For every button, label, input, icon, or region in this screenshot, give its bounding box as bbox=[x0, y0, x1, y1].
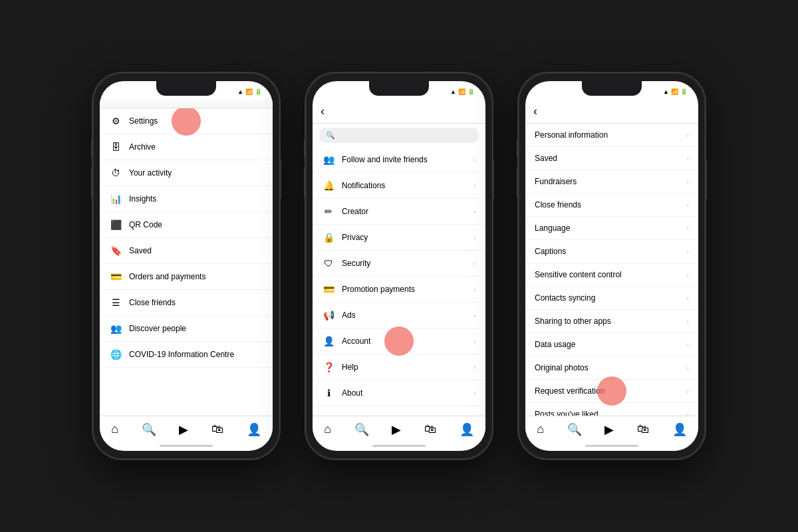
account-chevron-2: › bbox=[686, 178, 689, 186]
phone2-menu: 👥Follow and invite friends›🔔Notification… bbox=[313, 147, 485, 416]
menu-icon-7: ☰ bbox=[109, 296, 122, 309]
settings-item-notifications[interactable]: 🔔Notifications› bbox=[313, 173, 485, 199]
account-label-3: Close friends bbox=[535, 200, 686, 209]
home-bar-3 bbox=[525, 442, 698, 451]
menu-item-close-friends[interactable]: ☰Close friends bbox=[100, 290, 273, 316]
menu-label-1: Archive bbox=[129, 142, 263, 152]
settings-label-0: Follow and invite friends bbox=[342, 155, 473, 164]
settings-item-ads[interactable]: 📢Ads› bbox=[313, 303, 485, 329]
menu-icon-6: 💳 bbox=[109, 270, 122, 283]
account-label-4: Language bbox=[535, 223, 686, 233]
wifi-icon-2: 📶 bbox=[458, 88, 466, 95]
profile-icon-1[interactable]: 👤 bbox=[247, 422, 261, 437]
account-item-fundraisers[interactable]: Fundraisers› bbox=[525, 170, 698, 194]
search-icon-nav-2[interactable]: 🔍 bbox=[354, 422, 369, 437]
settings-chevron-4: › bbox=[473, 259, 476, 267]
reels-icon-1[interactable]: ▶ bbox=[179, 422, 188, 437]
account-item-close-friends[interactable]: Close friends› bbox=[525, 194, 698, 217]
shop-icon-1[interactable]: 🛍 bbox=[211, 422, 223, 436]
menu-label-7: Close friends bbox=[129, 298, 263, 307]
wifi-icon-3: 📶 bbox=[671, 88, 678, 95]
account-label-6: Sensitive content control bbox=[535, 270, 686, 279]
account-label-2: Fundraisers bbox=[535, 177, 686, 186]
phone3-menu: Personal information›Saved›Fundraisers›C… bbox=[525, 124, 698, 416]
settings-item-account[interactable]: 👤Account› bbox=[313, 329, 485, 354]
home-icon-2[interactable]: ⌂ bbox=[324, 422, 331, 436]
menu-item-insights[interactable]: 📊Insights bbox=[100, 186, 273, 212]
bottom-nav-3: ⌂ 🔍 ▶ 🛍 👤 bbox=[525, 416, 698, 442]
menu-icon-0: ⚙ bbox=[109, 114, 122, 128]
search-bar[interactable]: 🔍 bbox=[319, 128, 479, 143]
settings-label-1: Notifications bbox=[342, 181, 473, 190]
account-item-request-verification[interactable]: Request verification› bbox=[525, 380, 698, 403]
reels-icon-2[interactable]: ▶ bbox=[392, 422, 401, 437]
settings-item-follow-and-invite-friends[interactable]: 👥Follow and invite friends› bbox=[313, 147, 485, 173]
facebook-section: f G ◎ ◯ ▬ bbox=[313, 406, 485, 416]
account-chevron-10: › bbox=[686, 364, 689, 372]
settings-item-about[interactable]: ℹAbout› bbox=[313, 380, 485, 406]
account-chevron-6: › bbox=[686, 271, 689, 279]
account-chevron-11: › bbox=[686, 387, 689, 395]
account-item-personal-information[interactable]: Personal information› bbox=[525, 124, 698, 147]
profile-icon-2[interactable]: 👤 bbox=[460, 422, 474, 437]
account-item-original-photos[interactable]: Original photos› bbox=[525, 356, 698, 380]
menu-label-4: QR Code bbox=[129, 220, 263, 229]
account-label-1: Saved bbox=[535, 154, 686, 163]
settings-chevron-2: › bbox=[473, 207, 476, 215]
profile-icon-3[interactable]: 👤 bbox=[672, 422, 687, 437]
shop-icon-2[interactable]: 🛍 bbox=[424, 422, 436, 436]
shop-icon-3[interactable]: 🛍 bbox=[637, 422, 649, 436]
home-bar-1 bbox=[100, 442, 273, 451]
menu-item-orders-and-payments[interactable]: 💳Orders and payments bbox=[100, 264, 273, 290]
settings-chevron-0: › bbox=[473, 156, 476, 164]
search-icon-1[interactable]: 🔍 bbox=[142, 422, 156, 437]
account-item-sensitive-content-control[interactable]: Sensitive content control› bbox=[525, 263, 698, 287]
settings-label-4: Security bbox=[342, 259, 473, 268]
settings-item-promotion-payments[interactable]: 💳Promotion payments› bbox=[313, 277, 485, 303]
settings-item-security[interactable]: 🛡Security› bbox=[313, 251, 485, 277]
settings-label-5: Promotion payments bbox=[342, 285, 473, 294]
settings-nav: ‹ bbox=[313, 100, 485, 124]
account-chevron-7: › bbox=[686, 294, 689, 302]
account-item-captions[interactable]: Captions› bbox=[525, 240, 698, 263]
menu-icon-1: 🗄 bbox=[109, 140, 122, 154]
menu-item-qr-code[interactable]: ⬛QR Code bbox=[100, 212, 273, 238]
menu-item-your-activity[interactable]: ⏱Your activity bbox=[100, 160, 273, 186]
bottom-nav-1: ⌂ 🔍 ▶ 🛍 👤 bbox=[100, 416, 273, 442]
settings-chevron-3: › bbox=[473, 233, 476, 241]
account-nav: ‹ bbox=[525, 100, 698, 124]
menu-item-settings[interactable]: ⚙Settings bbox=[100, 108, 273, 134]
settings-icon-4: 🛡 bbox=[322, 257, 335, 270]
menu-icon-2: ⏱ bbox=[109, 166, 122, 180]
account-item-language[interactable]: Language› bbox=[525, 217, 698, 240]
menu-item-covid-19-information-centre[interactable]: 🌐COVID-19 Information Centre bbox=[100, 342, 273, 368]
settings-icon-9: ℹ bbox=[322, 386, 335, 400]
account-chevron-1: › bbox=[686, 154, 689, 162]
menu-icon-3: 📊 bbox=[109, 192, 122, 205]
home-icon-3[interactable]: ⌂ bbox=[537, 422, 544, 436]
settings-item-help[interactable]: ❓Help› bbox=[313, 354, 485, 380]
settings-chevron-1: › bbox=[473, 182, 476, 190]
back-button-2[interactable]: ‹ bbox=[321, 104, 325, 118]
menu-item-archive[interactable]: 🗄Archive bbox=[100, 134, 273, 160]
back-button-3[interactable]: ‹ bbox=[533, 104, 537, 118]
reels-icon-3[interactable]: ▶ bbox=[604, 422, 614, 437]
settings-item-privacy[interactable]: 🔒Privacy› bbox=[313, 225, 485, 251]
menu-item-discover-people[interactable]: 👥Discover people bbox=[100, 316, 273, 342]
account-item-saved[interactable]: Saved› bbox=[525, 147, 698, 170]
account-item-sharing-to-other-apps[interactable]: Sharing to other apps› bbox=[525, 310, 698, 333]
profile-header bbox=[100, 100, 273, 108]
settings-item-creator[interactable]: ✏Creator› bbox=[313, 199, 485, 225]
search-icon-sm: 🔍 bbox=[326, 131, 335, 140]
menu-item-saved[interactable]: 🔖Saved bbox=[100, 238, 273, 264]
settings-icon-7: 👤 bbox=[322, 334, 335, 348]
menu-label-0: Settings bbox=[129, 116, 263, 126]
account-item-contacts-syncing[interactable]: Contacts syncing› bbox=[525, 287, 698, 310]
signal-icon-2: ▲ bbox=[450, 88, 456, 95]
account-item-data-usage[interactable]: Data usage› bbox=[525, 333, 698, 356]
menu-label-5: Saved bbox=[129, 246, 263, 255]
account-chevron-4: › bbox=[686, 224, 689, 232]
home-icon-1[interactable]: ⌂ bbox=[111, 422, 118, 436]
account-item-posts-you've-liked[interactable]: Posts you've liked› bbox=[525, 403, 698, 416]
search-icon-nav-3[interactable]: 🔍 bbox=[567, 422, 582, 437]
